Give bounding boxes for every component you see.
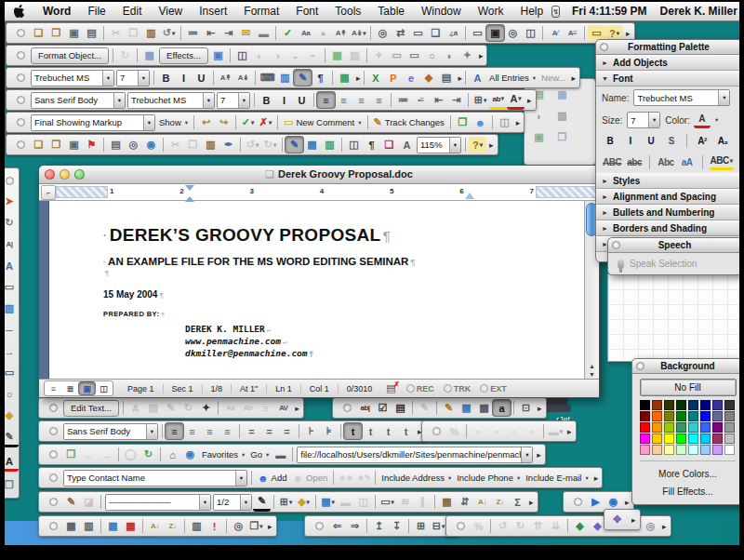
menu-item-tools[interactable]: Tools — [326, 5, 369, 18]
less-contrast-icon[interactable]: ◑ — [269, 47, 286, 63]
color-swatch[interactable] — [676, 433, 686, 444]
palette-highlight-color-icon[interactable]: ABC▾ — [710, 153, 734, 170]
grow-font-icon[interactable]: A↟ — [332, 25, 350, 41]
color-swatch[interactable] — [724, 433, 735, 444]
color-swatch[interactable] — [700, 422, 711, 433]
font-color-left-icon[interactable]: A — [5, 453, 19, 472]
previous-change-icon[interactable]: ↩ — [197, 114, 215, 130]
color-swatch[interactable] — [712, 433, 723, 444]
online-layout-view-button[interactable]: ◫ — [96, 382, 112, 394]
font-size-select[interactable]: 7▾ — [116, 70, 150, 87]
web-page-icon[interactable]: ❒ — [62, 447, 80, 462]
color-swatch[interactable] — [688, 445, 698, 455]
align-right-icon-2[interactable]: ≡ — [201, 423, 219, 439]
toolbar-overflow-arrow-icon[interactable]: ▸ — [662, 522, 667, 531]
color-swatch[interactable] — [640, 422, 650, 433]
normal-view-icon[interactable]: ▭ — [469, 25, 486, 41]
style-select[interactable]: Sans Serif Body▾ — [31, 92, 126, 109]
autosum-icon[interactable]: Σ — [509, 494, 526, 510]
paste-icon-2[interactable]: ▥ — [202, 137, 219, 153]
color-swatch[interactable] — [712, 400, 723, 410]
numbered-list-icon[interactable]: ≔ — [184, 25, 202, 41]
fill-effects-button[interactable]: Fill Effects... — [632, 487, 739, 497]
add-record-icon[interactable]: ▦ — [104, 518, 122, 534]
font-panel-icon[interactable]: A — [398, 137, 416, 153]
split-cells-icon[interactable]: ◫ — [354, 494, 372, 510]
zoom-window-button[interactable] — [74, 169, 85, 180]
more-colors-button[interactable]: More Colors... — [632, 469, 739, 479]
color-swatch[interactable] — [724, 411, 735, 421]
color-swatch[interactable] — [676, 445, 686, 455]
menu-item-format[interactable]: Format — [235, 5, 287, 18]
color-swatch[interactable] — [664, 400, 674, 410]
menu-item-help[interactable]: Help — [512, 5, 552, 18]
align-left-icon-2[interactable]: ≡ — [166, 423, 183, 439]
track-changes-button[interactable]: ✎Track Changes — [371, 116, 447, 128]
color-swatch[interactable] — [640, 433, 650, 444]
tilt-down-icon[interactable]: ⇊ — [547, 518, 565, 534]
select-objects-icon[interactable]: ➤ — [5, 193, 19, 209]
borders-icon[interactable]: ⊞▾ — [472, 92, 489, 108]
play-icon[interactable]: ▶ — [587, 494, 604, 510]
columns-icon[interactable]: ▦ — [336, 70, 353, 86]
color-adjust-icon[interactable]: ▣ — [209, 47, 227, 63]
font-size-select-2[interactable]: 7▾ — [217, 92, 250, 109]
superscript-icon[interactable]: A↟ — [217, 70, 234, 86]
scroll-down-arrow[interactable]: ▼ — [585, 371, 599, 378]
palette-font-size-select[interactable]: 7▾ — [627, 112, 660, 128]
color-swatch[interactable] — [688, 400, 698, 410]
distribute-columns-icon[interactable]: ∥ — [414, 494, 432, 510]
color-swatch[interactable] — [688, 422, 698, 433]
line-color-icon[interactable]: ✎ — [5, 429, 19, 447]
palette-subscript-icon[interactable]: A₂ — [714, 134, 731, 148]
spacing-before-icon[interactable]: ⊦ — [302, 423, 320, 439]
justify-icon[interactable]: ≡ — [370, 92, 388, 108]
autotext-icon[interactable]: A — [469, 70, 486, 86]
select-frame-icon[interactable]: ▫ — [314, 25, 332, 41]
menu-item-window[interactable]: Window — [413, 5, 470, 18]
palette-close-icon[interactable] — [636, 362, 644, 370]
format-wordart-icon[interactable]: ✎ — [162, 400, 179, 416]
international-icon[interactable]: ¿á — [445, 25, 462, 41]
toolbar-overflow-arrow-icon[interactable]: ▸ — [594, 473, 599, 483]
color-swatch[interactable] — [664, 422, 674, 433]
all-entries-menu[interactable]: All Entries▾ — [486, 73, 538, 83]
color-swatch[interactable] — [700, 433, 711, 444]
color-swatch[interactable] — [640, 400, 650, 410]
status-field[interactable]: 1/8 — [202, 384, 232, 393]
toolbar-overflow-arrow-icon[interactable]: ▸ — [268, 522, 272, 531]
table-layout-icon[interactable]: ▭▾ — [379, 494, 396, 510]
decrease-indent-icon[interactable]: ⇤ — [202, 25, 219, 41]
color-swatch[interactable] — [700, 400, 711, 410]
toolbar-overflow-arrow-icon[interactable]: ▸ — [567, 427, 572, 436]
insert-subordinate-icon[interactable]: ▫ — [470, 423, 487, 439]
update-fields-icon[interactable]: ! — [206, 518, 223, 534]
text-box-icon[interactable]: A| — [5, 236, 19, 252]
protect-form-lock-icon[interactable]: ⊡ — [517, 400, 535, 416]
status-field[interactable]: Sec 1 — [163, 384, 202, 393]
border-color-icon[interactable]: ✎ — [253, 493, 271, 512]
picture-frame-icon[interactable]: ▭ — [388, 47, 405, 63]
favorites-menu[interactable]: Favorites▾ — [199, 449, 247, 460]
scroll-up-arrow[interactable]: ▲ — [585, 363, 599, 369]
right-indent-marker[interactable] — [465, 188, 474, 199]
status-field[interactable]: Ln 1 — [266, 384, 300, 393]
image-control-icon[interactable]: ◫ — [233, 47, 251, 63]
color-swatch[interactable] — [724, 422, 735, 433]
palette-close-icon[interactable] — [600, 43, 608, 51]
toolbox-icon[interactable]: ❑ — [380, 137, 398, 153]
edit-text-button[interactable]: Edit Text... — [63, 400, 119, 417]
dropdown-form-field-icon[interactable]: ▤ — [392, 400, 409, 416]
expand-icon[interactable]: ⊞ — [412, 518, 430, 534]
include-address-menu[interactable]: Include Address▾ — [379, 473, 454, 483]
record-icon[interactable]: ◉ — [604, 494, 622, 510]
subscript-icon[interactable]: A↡ — [234, 70, 252, 86]
no-fill-button[interactable]: No Fill — [640, 379, 737, 396]
toolbar-overflow-arrow-icon[interactable]: ▸ — [527, 96, 532, 105]
section-styles[interactable]: ►Styles — [596, 173, 739, 189]
toolbar-overflow-arrow-icon[interactable]: ▸ — [625, 498, 630, 507]
palette-strikethrough-icon[interactable]: ABC — [602, 155, 622, 169]
sort-ascending-db-icon[interactable]: A↓ — [146, 518, 164, 534]
font-name-select-2[interactable]: Trebuchet MS▾ — [127, 92, 215, 109]
project-gallery-icon[interactable]: ◆ — [420, 70, 438, 86]
